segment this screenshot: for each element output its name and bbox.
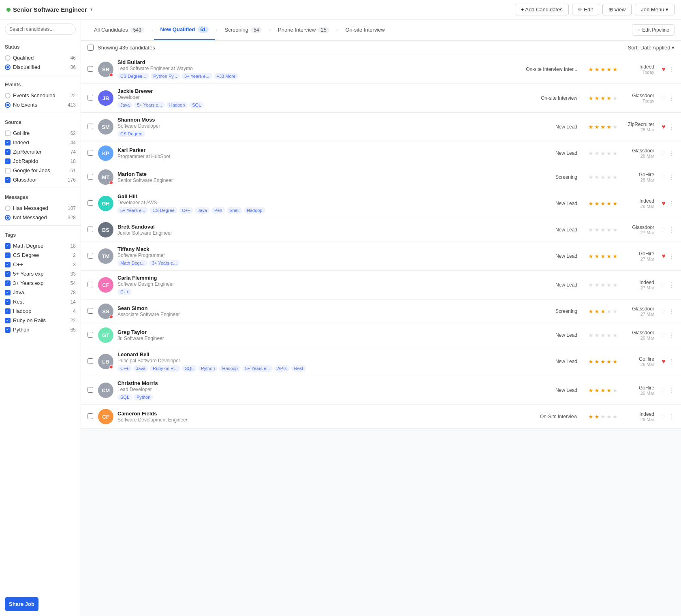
like-button[interactable]: ♡ <box>660 308 666 315</box>
add-candidates-button[interactable]: + Add Candidates <box>515 4 569 15</box>
sidebar-item-tag-3-years[interactable]: 3+ Years exp 54 <box>5 278 76 288</box>
like-button[interactable]: ♡ <box>660 94 666 102</box>
like-button[interactable]: ♡ <box>660 150 666 157</box>
radio-not-messaged[interactable] <box>5 215 11 220</box>
more-options-button[interactable]: ⋮ <box>668 332 675 339</box>
checkbox-ziprecruiter[interactable] <box>5 149 11 155</box>
tag[interactable]: +33 More <box>214 73 239 79</box>
more-options-button[interactable]: ⋮ <box>668 358 675 366</box>
candidate-stars[interactable]: ★★★★★ <box>581 150 618 156</box>
view-button[interactable]: ⊞ View <box>602 4 632 15</box>
tag[interactable]: Python <box>198 365 218 372</box>
more-options-button[interactable]: ⋮ <box>668 66 675 73</box>
candidate-stars[interactable]: ★★★★★ <box>581 387 618 394</box>
tag[interactable]: Java <box>195 207 210 214</box>
more-options-button[interactable]: ⋮ <box>668 150 675 157</box>
job-menu-button[interactable]: Job Menu ▾ <box>635 4 675 15</box>
candidate-stars[interactable]: ★★★★★ <box>581 358 618 365</box>
checkbox-python[interactable] <box>5 327 11 333</box>
like-button[interactable]: ♡ <box>660 226 666 234</box>
candidate-stars[interactable]: ★★★★★ <box>581 95 618 101</box>
more-options-button[interactable]: ⋮ <box>668 281 675 289</box>
checkbox-indeed[interactable] <box>5 140 11 145</box>
like-button[interactable]: ♡ <box>660 173 666 181</box>
sidebar-item-gohire[interactable]: GoHire 62 <box>5 128 76 138</box>
checkbox-cpp[interactable] <box>5 262 11 267</box>
more-options-button[interactable]: ⋮ <box>668 200 675 207</box>
candidate-stars[interactable]: ★★★★★ <box>581 200 618 207</box>
tag[interactable]: CS Degree <box>149 207 177 214</box>
checkbox-rest[interactable] <box>5 299 11 305</box>
row-checkbox[interactable] <box>88 95 94 102</box>
candidate-row[interactable]: MT Marion Tate Senior Software Engineer … <box>81 165 681 189</box>
candidate-row[interactable]: CF Carla Flemming Software Design Engine… <box>81 271 681 299</box>
row-checkbox[interactable] <box>88 387 94 394</box>
like-button[interactable]: ♥ <box>662 123 666 130</box>
tag[interactable]: CS Degree... <box>117 73 149 79</box>
sidebar-item-tag-math-degree[interactable]: Math Degree 18 <box>5 241 76 250</box>
sidebar-item-google-jobs[interactable]: Google for Jobs 61 <box>5 166 76 175</box>
sidebar-item-tag-cpp[interactable]: C++ 3 <box>5 260 76 269</box>
more-options-button[interactable]: ⋮ <box>668 252 675 260</box>
candidate-row[interactable]: CF Cameron Fields Software Development E… <box>81 405 681 429</box>
sidebar-item-tag-rest[interactable]: Rest 14 <box>5 297 76 306</box>
checkbox-google-jobs[interactable] <box>5 168 11 173</box>
tag[interactable]: 5+ Years e... <box>117 207 148 214</box>
row-checkbox[interactable] <box>88 282 94 289</box>
row-checkbox[interactable] <box>88 358 94 365</box>
sidebar-item-has-messaged[interactable]: Has Messaged 107 <box>5 203 76 213</box>
tab-all-candidates[interactable]: All Candidates 543 <box>88 19 151 40</box>
candidate-stars[interactable]: ★★★★★ <box>581 413 618 420</box>
candidate-row[interactable]: KP Karl Parker Programmer at HubSpot New… <box>81 141 681 165</box>
row-checkbox[interactable] <box>88 150 94 157</box>
radio-qualified[interactable] <box>5 55 11 61</box>
radio-no-events[interactable] <box>5 102 11 108</box>
tab-new-qualified[interactable]: New Qualified 61 <box>154 19 215 40</box>
candidate-row[interactable]: SB Sid Bullard Lead Software Engineer at… <box>81 55 681 84</box>
candidate-row[interactable]: GH Gail Hill Developer at AWS 5+ Years e… <box>81 189 681 218</box>
row-checkbox[interactable] <box>88 174 94 181</box>
tag[interactable]: APIs <box>274 365 289 372</box>
sidebar-item-tag-ruby-on-rails[interactable]: Ruby on Rails 22 <box>5 316 76 325</box>
row-checkbox[interactable] <box>88 253 94 260</box>
sidebar-item-tag-hadoop[interactable]: Hadoop 4 <box>5 306 76 316</box>
candidate-row[interactable]: SM Shannon Moss Software Developer CS De… <box>81 113 681 141</box>
tag[interactable]: Math Degr... <box>117 260 147 266</box>
candidate-row[interactable]: BS Brett Sandoval Junior Software Engine… <box>81 218 681 242</box>
tag[interactable]: 5+ Years e... <box>134 102 164 108</box>
tab-phone-interview[interactable]: Phone Interview 25 <box>271 19 336 40</box>
like-button[interactable]: ♥ <box>662 200 666 207</box>
candidate-row[interactable]: JB Jackie Brewer Developer Java5+ Years … <box>81 84 681 113</box>
sidebar-item-disqualified[interactable]: Disqualified 86 <box>5 62 76 72</box>
candidate-row[interactable]: CM Christine Morris Lead Developer SQLPy… <box>81 376 681 405</box>
radio-events-scheduled[interactable] <box>5 93 11 98</box>
candidate-stars[interactable]: ★★★★★ <box>581 227 618 233</box>
checkbox-glassdoor[interactable] <box>5 177 11 183</box>
more-options-button[interactable]: ⋮ <box>668 94 675 102</box>
sidebar-item-tag-5-years[interactable]: 5+ Years exp 33 <box>5 269 76 278</box>
candidate-stars[interactable]: ★★★★★ <box>581 253 618 259</box>
tab-screening[interactable]: Screening 54 <box>218 19 269 40</box>
tag[interactable]: SQL <box>117 394 132 400</box>
candidate-row[interactable]: TM Tiffany Mack Software Programmer Math… <box>81 242 681 271</box>
candidate-stars[interactable]: ★★★★★ <box>581 308 618 314</box>
tag[interactable]: Python <box>134 394 153 400</box>
row-checkbox[interactable] <box>88 200 94 207</box>
candidate-stars[interactable]: ★★★★★ <box>581 282 618 288</box>
tag[interactable]: Rest <box>291 365 306 372</box>
candidate-stars[interactable]: ★★★★★ <box>581 332 618 338</box>
sidebar-item-tag-cs-degree[interactable]: CS Degree 2 <box>5 250 76 260</box>
tag[interactable]: CS Degree <box>117 130 145 137</box>
like-button[interactable]: ♥ <box>662 358 666 365</box>
tag[interactable]: Shell <box>227 207 242 214</box>
tag[interactable]: SQL <box>182 365 196 372</box>
tag[interactable]: Java <box>117 102 132 108</box>
sidebar-item-jobrapido[interactable]: JobRapido 18 <box>5 156 76 166</box>
tag[interactable]: C++ <box>179 207 193 214</box>
candidate-stars[interactable]: ★★★★★ <box>581 124 618 130</box>
more-options-button[interactable]: ⋮ <box>668 173 675 181</box>
checkbox-3-years[interactable] <box>5 280 11 286</box>
checkbox-math-degree[interactable] <box>5 243 11 249</box>
candidate-row[interactable]: LB Leonard Bell Principal Software Devel… <box>81 347 681 376</box>
sidebar-item-not-messaged[interactable]: Not Messaged 328 <box>5 213 76 222</box>
